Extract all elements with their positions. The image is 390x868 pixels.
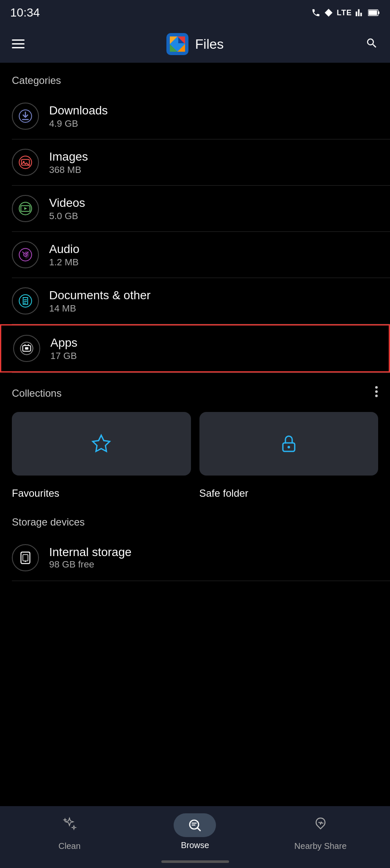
apps-info: Apps 17 GB <box>50 335 77 362</box>
internal-storage-name: Internal storage <box>49 545 132 559</box>
documents-name: Documents & other <box>49 288 151 303</box>
storage-header: Storage devices <box>0 509 390 535</box>
svg-point-20 <box>19 295 31 307</box>
nav-item-browse[interactable]: Browse <box>132 813 257 850</box>
documents-info: Documents & other 14 MB <box>49 288 151 314</box>
bottom-nav: Clean Browse Nearby Share <box>0 806 390 857</box>
category-item-videos[interactable]: Videos 5.0 GB <box>0 186 390 231</box>
downloads-info: Downloads 4.9 GB <box>49 103 108 129</box>
storage-item-internal[interactable]: Internal storage 98 GB free <box>0 535 390 581</box>
status-bar: 10:34 LTE <box>0 0 390 25</box>
svg-point-31 <box>25 561 26 562</box>
clean-sparkle-icon <box>62 817 77 832</box>
safe-folder-label: Safe folder <box>199 487 249 499</box>
category-item-images[interactable]: Images 368 MB <box>0 139 390 185</box>
documents-size: 14 MB <box>49 303 151 314</box>
audio-icon-wrap <box>12 241 39 268</box>
home-indicator <box>0 857 390 868</box>
svg-rect-1 <box>378 11 379 14</box>
audio-info: Audio 1.2 MB <box>49 242 80 268</box>
downloads-size: 4.9 GB <box>49 118 108 129</box>
svg-rect-3 <box>12 39 25 41</box>
nearby-share-icon <box>313 817 328 832</box>
svg-rect-4 <box>12 43 25 45</box>
images-size: 368 MB <box>49 164 88 175</box>
phone-icon <box>311 8 321 17</box>
app-logo <box>166 33 188 55</box>
nav-item-clean[interactable]: Clean <box>7 812 132 851</box>
category-item-audio[interactable]: Audio 1.2 MB <box>0 232 390 278</box>
svg-point-24 <box>375 386 378 389</box>
nearby-share-label: Nearby Share <box>294 841 346 851</box>
svg-point-26 <box>375 395 378 397</box>
browse-icon <box>187 818 202 833</box>
battery-icon <box>368 9 380 17</box>
app-bar: Files <box>0 25 390 63</box>
apps-name: Apps <box>50 335 77 351</box>
svg-rect-33 <box>192 823 197 823</box>
svg-rect-5 <box>12 47 25 48</box>
clean-label: Clean <box>58 841 80 851</box>
images-info: Images 368 MB <box>49 149 88 175</box>
images-icon-wrap <box>12 149 39 176</box>
safe-folder-lock-icon <box>279 434 299 454</box>
nearby-share-icon-wrap <box>303 812 338 838</box>
internal-storage-info: Internal storage 98 GB free <box>49 545 132 570</box>
main-content: Categories Downloads 4.9 GB Images 368 <box>0 63 390 806</box>
svg-point-19 <box>25 254 26 256</box>
app-bar-center: Files <box>166 33 224 55</box>
home-bar <box>161 860 229 863</box>
internal-storage-icon-wrap <box>12 544 39 571</box>
clean-icon-wrap <box>48 812 91 838</box>
apps-icon-wrap <box>13 335 40 362</box>
downloads-name: Downloads <box>49 103 108 118</box>
collections-header: Collections <box>0 373 390 409</box>
videos-name: Videos <box>49 195 85 211</box>
favourites-label: Favourites <box>12 487 59 499</box>
downloads-icon-wrap <box>12 103 39 130</box>
svg-point-28 <box>288 446 290 448</box>
browse-label: Browse <box>181 840 209 850</box>
audio-name: Audio <box>49 242 80 257</box>
images-name: Images <box>49 149 88 164</box>
svg-rect-2 <box>369 11 377 15</box>
categories-header: Categories <box>0 63 390 93</box>
lte-label: LTE <box>337 8 352 17</box>
collection-card-safe-folder[interactable] <box>199 412 379 476</box>
nav-item-nearby-share[interactable]: Nearby Share <box>258 812 383 851</box>
collections-more-button[interactable] <box>375 385 378 402</box>
favourites-star-icon <box>91 434 111 454</box>
videos-info: Videos 5.0 GB <box>49 195 85 222</box>
wifi-icon <box>324 8 333 17</box>
svg-point-25 <box>375 390 378 393</box>
category-item-documents[interactable]: Documents & other 14 MB <box>0 278 390 324</box>
documents-icon-wrap <box>12 287 39 314</box>
browse-icon-wrap <box>174 813 216 837</box>
svg-rect-30 <box>23 555 28 561</box>
videos-size: 5.0 GB <box>49 211 85 222</box>
signal-icon <box>355 8 365 17</box>
collections-grid <box>0 409 390 487</box>
svg-rect-34 <box>192 824 196 825</box>
svg-rect-23 <box>25 347 28 349</box>
search-button[interactable] <box>365 37 378 51</box>
collections-labels: Favourites Safe folder <box>0 487 390 509</box>
app-title: Files <box>195 36 224 52</box>
category-item-apps[interactable]: Apps 17 GB <box>0 324 390 373</box>
status-icons: LTE <box>311 8 380 17</box>
videos-icon-wrap <box>12 195 39 222</box>
collections-label: Collections <box>12 387 61 399</box>
audio-size: 1.2 MB <box>49 257 80 268</box>
hamburger-menu-button[interactable] <box>12 36 25 52</box>
apps-size: 17 GB <box>50 351 77 362</box>
category-item-downloads[interactable]: Downloads 4.9 GB <box>0 93 390 139</box>
internal-storage-size: 98 GB free <box>49 559 132 570</box>
collection-card-favourites[interactable] <box>12 412 191 476</box>
status-time: 10:34 <box>10 6 40 19</box>
